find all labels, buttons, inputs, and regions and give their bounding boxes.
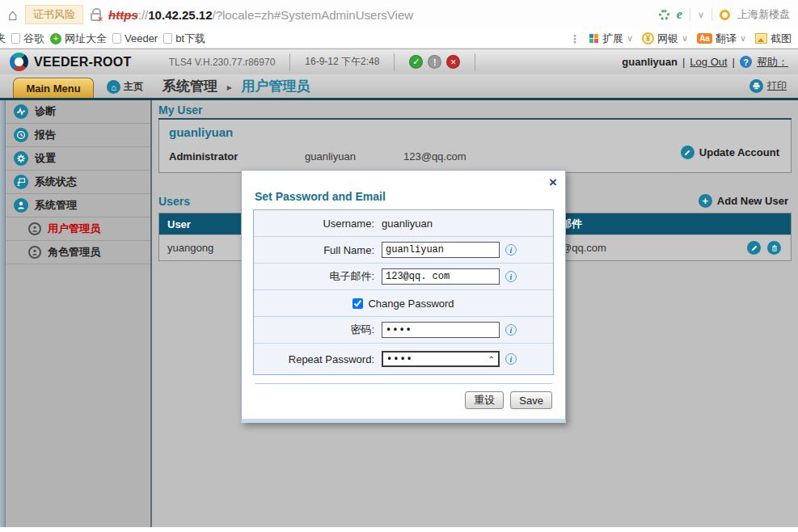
fullname-field[interactable] [382, 242, 500, 258]
system-status-indicators [409, 55, 460, 69]
delete-user-icon[interactable] [767, 241, 781, 255]
bookmark-veeder[interactable]: Veeder [112, 32, 158, 44]
clock-icon [14, 128, 28, 142]
status-error-icon[interactable] [446, 55, 460, 69]
breadcrumb-arrow-icon: ▸ [227, 82, 232, 93]
my-user-title: My User [158, 103, 792, 116]
modal-form: Username: guanliyuan Full Name: 电子邮件: Ch… [253, 209, 554, 375]
help-icon[interactable] [740, 56, 752, 68]
chevron-down-icon[interactable]: ∨ [698, 10, 704, 20]
form-row-email: 电子邮件: [254, 264, 553, 290]
nav-row: Main Menu 主页 系统管理 ▸ 用户管理员 打印 [0, 74, 798, 100]
print-button[interactable]: 打印 [749, 79, 787, 93]
form-row-repeat-password: Repeat Password: [254, 344, 553, 374]
more-menu-icon[interactable] [569, 32, 581, 45]
password-field[interactable] [382, 322, 500, 338]
form-row-fullname: Full Name: [254, 237, 553, 264]
speedup-icon[interactable] [659, 10, 669, 20]
page-icon [11, 33, 20, 44]
cell-user: yuangong [159, 242, 213, 254]
toolbar-translate[interactable]: 翻译 ∨ [697, 32, 746, 46]
divider [289, 53, 290, 71]
fullname-label: Full Name: [254, 244, 382, 256]
password-reveal-icon[interactable] [488, 355, 495, 364]
chevron-down-icon: ∨ [682, 33, 688, 44]
my-user-role: Administrator [169, 150, 305, 163]
certificate-risk-badge[interactable]: 证书风险 [25, 5, 83, 24]
modal-footer: 重设 Save [255, 383, 552, 409]
sidebar-item-user-admin[interactable]: 用户管理员 [6, 217, 150, 241]
divider: | [682, 56, 685, 68]
sidebar-item-diagnostics[interactable]: 诊断 [6, 100, 150, 124]
form-row-change-password: Change Password [254, 290, 553, 317]
repeat-password-label: Repeat Password: [254, 353, 382, 365]
sidebar-item-role-admin[interactable]: 角色管理员 [6, 241, 150, 264]
save-button[interactable]: Save [510, 391, 552, 409]
url-separator: :// [138, 8, 149, 22]
home-icon [107, 80, 120, 94]
reset-button[interactable]: 重设 [465, 391, 504, 409]
extensions-grid-icon [589, 34, 593, 38]
system-version: TLS4 V.H.230.77.r86970 [169, 57, 276, 68]
info-icon[interactable] [505, 271, 517, 282]
bookmark-folder[interactable]: 夹 [0, 32, 6, 46]
bookmark-bt[interactable]: bt下载 [163, 32, 205, 46]
email-label: 电子邮件: [254, 269, 382, 284]
content-area: 诊断 报告 设置 系统状态 系统管理 [0, 100, 798, 527]
divider [690, 8, 690, 21]
close-icon[interactable]: × [549, 175, 557, 189]
toolbar-netbank[interactable]: 网银 ∨ [642, 32, 688, 46]
column-header-user: User [159, 218, 191, 230]
logged-in-user: guanliyuan [622, 56, 678, 68]
gear-icon [14, 151, 28, 166]
browser-address-bar: ⌂ 证书风险 https://10.42.25.12/?locale=zh#Sy… [0, 0, 798, 29]
url-host: 10.42.25.12 [148, 8, 212, 22]
broken-lock-icon [91, 13, 101, 21]
logout-link[interactable]: Log Out [690, 56, 727, 68]
repeat-password-field[interactable] [382, 351, 500, 367]
my-user-panel: guanliyuan Administrator guanliyuan 123@… [158, 120, 792, 173]
divider: | [733, 56, 735, 68]
info-icon[interactable] [505, 324, 517, 336]
main-menu-tab[interactable]: Main Menu [13, 78, 94, 98]
status-ok-icon[interactable] [409, 55, 423, 69]
search-suggestion[interactable]: 上海新楼盘 [737, 7, 790, 22]
change-password-checkbox[interactable] [353, 298, 363, 309]
bookmark-wangzhidaquan[interactable]: 网址大全 [50, 32, 107, 46]
system-status-icon [14, 175, 28, 189]
ie-mode-icon[interactable]: e [677, 7, 682, 22]
username-label: Username: [254, 217, 382, 230]
breadcrumb-parent[interactable]: 系统管理 [163, 78, 217, 94]
my-user-email: 123@qq.com [403, 150, 467, 163]
url-field[interactable]: https://10.42.25.12/?locale=zh#SystemAdm… [108, 8, 413, 22]
chevron-down-icon: ∨ [740, 33, 746, 44]
breadcrumb-current: 用户管理员 [242, 78, 310, 94]
toolbar-screenshot[interactable]: 截图 [755, 32, 792, 46]
sidebar-item-reports[interactable]: 报告 [6, 124, 150, 147]
bottom-strip [0, 527, 798, 532]
sidebar-item-system-status[interactable]: 系统状态 [6, 171, 150, 194]
set-password-modal: × Set Password and Email Username: guanl… [241, 170, 566, 423]
left-gutter [0, 100, 6, 527]
edit-user-icon[interactable] [747, 241, 761, 255]
update-account-button[interactable]: Update Account [681, 146, 779, 159]
bookmarks-bar: 夹 谷歌 网址大全 Veeder bt下载 扩展 ∨ 网银 ∨ 翻译 ∨ [0, 29, 798, 49]
toolbar-extensions[interactable]: 扩展 ∨ [589, 32, 633, 46]
browser-home-icon[interactable]: ⌂ [8, 6, 18, 23]
home-link[interactable]: 主页 [107, 80, 143, 94]
info-icon[interactable] [505, 244, 517, 255]
sidebar-item-system-admin[interactable]: 系统管理 [6, 194, 150, 217]
info-icon[interactable] [505, 353, 517, 365]
email-field[interactable] [382, 268, 500, 285]
breadcrumb: 系统管理 ▸ 用户管理员 [163, 77, 310, 95]
add-new-user-button[interactable]: Add New User [699, 194, 788, 208]
app-header: VEEDER-ROOT TLS4 V.H.230.77.r86970 16-9-… [0, 49, 798, 74]
cell-email: @qq.com [561, 242, 606, 254]
status-warning-icon[interactable] [428, 55, 441, 69]
search-engine-icon[interactable] [720, 10, 730, 20]
sidebar-item-settings[interactable]: 设置 [6, 147, 150, 171]
pencil-icon [681, 146, 695, 159]
bookmark-google[interactable]: 谷歌 [11, 32, 44, 46]
plus-icon [699, 194, 712, 208]
help-link[interactable]: 帮助： [757, 55, 788, 70]
